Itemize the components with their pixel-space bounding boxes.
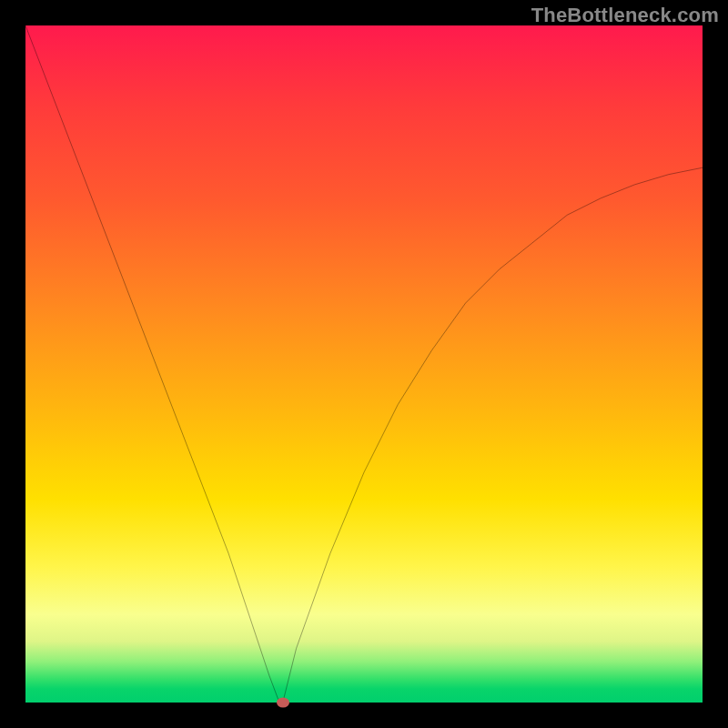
plot-area xyxy=(25,25,703,703)
bottleneck-curve xyxy=(25,25,703,703)
optimum-marker xyxy=(277,698,289,708)
watermark-text: TheBottleneck.com xyxy=(531,4,719,27)
figure: TheBottleneck.com xyxy=(0,0,728,728)
curve-layer xyxy=(25,25,703,703)
